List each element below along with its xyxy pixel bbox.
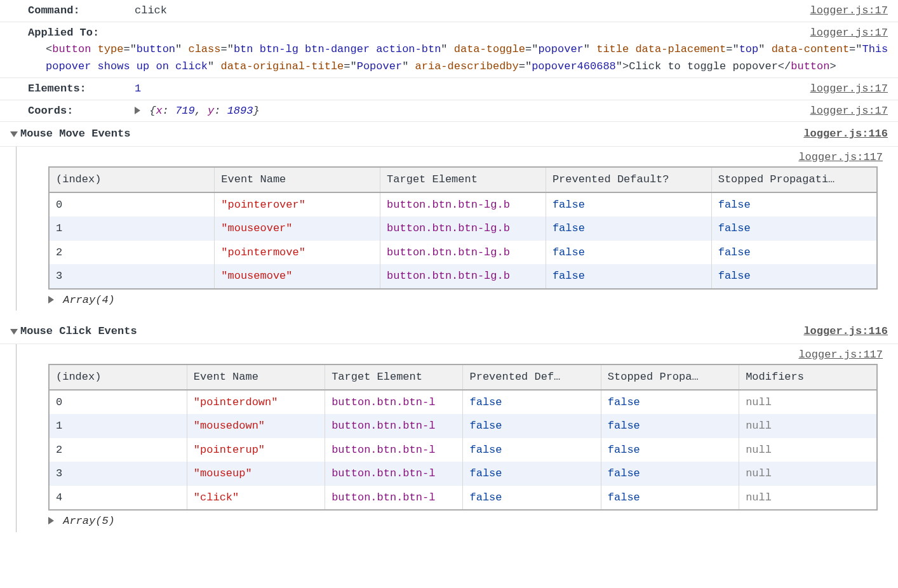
- cell-prevented-default: false: [546, 264, 711, 289]
- label-applied-to: Applied To:: [28, 25, 135, 41]
- group-header-mouse-move[interactable]: Mouse Move Events logger.js:116: [0, 122, 898, 147]
- table-row[interactable]: 3"mousemove"button.btn.btn-lg.bfalsefals…: [49, 264, 877, 289]
- cell-event-name: "pointermove": [215, 241, 380, 265]
- source-link[interactable]: logger.js:17: [810, 103, 888, 119]
- cell-modifiers: null: [739, 462, 877, 486]
- table-header: Prevented Default?: [546, 167, 711, 192]
- table-row[interactable]: 1"mouseover"button.btn.btn-lg.bfalsefals…: [49, 217, 877, 241]
- cell-target: button.btn.btn-l: [325, 390, 463, 415]
- group-title: Mouse Move Events: [20, 126, 130, 142]
- source-link[interactable]: logger.js:117: [798, 151, 883, 163]
- value-coords[interactable]: {x: 719, y: 1893}: [135, 103, 893, 119]
- cell-event-name: "pointerdown": [187, 390, 325, 415]
- cell-prevented-default: false: [463, 462, 601, 486]
- cell-index: 0: [49, 390, 187, 415]
- source-link[interactable]: logger.js:17: [810, 81, 888, 97]
- cell-event-name: "pointerup": [187, 438, 325, 462]
- triangle-right-icon[interactable]: [48, 517, 54, 525]
- table-header: Prevented Def…: [463, 364, 601, 390]
- group-title: Mouse Click Events: [20, 323, 137, 340]
- row-applied-to: Applied To: logger.js:17 <button type="b…: [0, 22, 898, 79]
- cell-prevented-default: false: [546, 192, 711, 217]
- devtools-console: Command: click logger.js:17 Applied To: …: [0, 0, 898, 532]
- triangle-right-icon[interactable]: [135, 107, 140, 114]
- cell-stopped-propagation: false: [711, 241, 877, 265]
- triangle-down-icon[interactable]: [10, 329, 18, 335]
- cell-prevented-default: false: [463, 414, 601, 438]
- cell-target: button.btn.btn-l: [325, 462, 463, 486]
- table-row[interactable]: 0"pointerdown"button.btn.btn-lfalsefalse…: [49, 390, 877, 415]
- triangle-down-icon[interactable]: [10, 131, 18, 137]
- value-elements: 1: [135, 81, 893, 97]
- cell-target: button.btn.btn-l: [325, 486, 463, 511]
- table-header: Target Element: [325, 364, 463, 390]
- cell-stopped-propagation: false: [601, 462, 739, 486]
- cell-stopped-propagation: false: [711, 192, 877, 217]
- table-mouse-click-events: (index)Event NameTarget ElementPrevented…: [48, 364, 878, 511]
- cell-target: button.btn.btn-lg.b: [380, 264, 546, 289]
- cell-target: button.btn.btn-lg.b: [380, 192, 546, 217]
- cell-modifiers: null: [739, 414, 877, 438]
- value-command: click: [135, 3, 893, 19]
- table-header: Stopped Propagati…: [711, 167, 877, 192]
- table-row[interactable]: 4"click"button.btn.btn-lfalsefalsenull: [49, 486, 877, 511]
- cell-modifiers: null: [739, 390, 877, 415]
- cell-event-name: "mouseup": [187, 462, 325, 486]
- cell-target: button.btn.btn-l: [325, 414, 463, 438]
- cell-event-name: "click": [187, 486, 325, 511]
- cell-target: button.btn.btn-l: [325, 438, 463, 462]
- cell-target: button.btn.btn-lg.b: [380, 241, 546, 265]
- cell-event-name: "mousedown": [187, 414, 325, 438]
- group-body-mouse-click: logger.js:117 (index)Event NameTarget El…: [0, 344, 898, 532]
- cell-index: 0: [49, 192, 215, 217]
- cell-index: 3: [49, 264, 215, 289]
- cell-prevented-default: false: [546, 241, 711, 265]
- cell-event-name: "mouseover": [215, 217, 380, 241]
- cell-stopped-propagation: false: [601, 486, 739, 511]
- cell-stopped-propagation: false: [711, 264, 877, 289]
- source-link[interactable]: logger.js:117: [798, 349, 883, 361]
- cell-stopped-propagation: false: [601, 414, 739, 438]
- table-row[interactable]: 1"mousedown"button.btn.btn-lfalsefalsenu…: [49, 414, 877, 438]
- html-dump[interactable]: <button type="button" class="btn btn-lg …: [28, 41, 893, 75]
- cell-index: 3: [49, 462, 187, 486]
- triangle-right-icon[interactable]: [48, 296, 54, 304]
- table-header: Event Name: [215, 167, 380, 192]
- cell-prevented-default: false: [463, 390, 601, 415]
- cell-stopped-propagation: false: [711, 217, 877, 241]
- table-header: Event Name: [187, 364, 325, 390]
- cell-event-name: "pointerover": [215, 192, 380, 217]
- label-command: Command:: [28, 3, 135, 19]
- table-header: Target Element: [380, 167, 546, 192]
- cell-modifiers: null: [739, 438, 877, 462]
- cell-stopped-propagation: false: [601, 438, 739, 462]
- source-link[interactable]: logger.js:17: [810, 3, 888, 19]
- cell-index: 1: [49, 217, 215, 241]
- label-elements: Elements:: [28, 81, 135, 97]
- table-header: (index): [49, 364, 187, 390]
- table-header: (index): [49, 167, 215, 192]
- array-footer[interactable]: Array(5): [48, 511, 893, 530]
- table-row[interactable]: 2"pointermove"button.btn.btn-lg.bfalsefa…: [49, 241, 877, 265]
- cell-prevented-default: false: [546, 217, 711, 241]
- table-mouse-move-events: (index)Event NameTarget ElementPrevented…: [48, 166, 878, 290]
- row-command: Command: click logger.js:17: [0, 0, 898, 22]
- cell-target: button.btn.btn-lg.b: [380, 217, 546, 241]
- cell-stopped-propagation: false: [601, 390, 739, 415]
- group-header-mouse-click[interactable]: Mouse Click Events logger.js:116: [0, 319, 898, 344]
- cell-index: 2: [49, 241, 215, 265]
- table-row[interactable]: 2"pointerup"button.btn.btn-lfalsefalsenu…: [49, 438, 877, 462]
- cell-prevented-default: false: [463, 486, 601, 511]
- array-footer[interactable]: Array(4): [48, 290, 893, 309]
- source-link[interactable]: logger.js:116: [803, 126, 888, 142]
- label-coords: Coords:: [28, 103, 135, 119]
- group-body-mouse-move: logger.js:117 (index)Event NameTarget El…: [0, 147, 898, 311]
- cell-index: 4: [49, 486, 187, 511]
- cell-index: 2: [49, 438, 187, 462]
- table-row[interactable]: 3"mouseup"button.btn.btn-lfalsefalsenull: [49, 462, 877, 486]
- source-link[interactable]: logger.js:116: [803, 323, 888, 340]
- table-row[interactable]: 0"pointerover"button.btn.btn-lg.bfalsefa…: [49, 192, 877, 217]
- row-elements: Elements: 1 logger.js:17: [0, 78, 898, 100]
- row-coords: Coords: {x: 719, y: 1893} logger.js:17: [0, 100, 898, 123]
- source-link[interactable]: logger.js:17: [810, 25, 888, 41]
